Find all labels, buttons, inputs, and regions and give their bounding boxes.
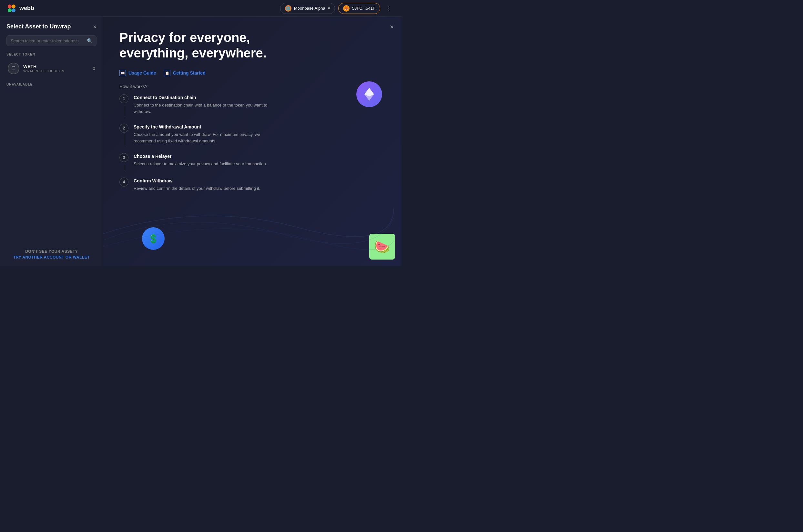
logo-text: webb <box>19 5 34 12</box>
usage-guide-icon: 📖 <box>119 70 126 76</box>
token-balance-weth: 0 <box>93 66 95 71</box>
info-title-line2: everything, everywhere. <box>119 46 267 60</box>
left-panel: Select Asset to Unwrap × 🔍 SELECT TOKEN … <box>0 17 103 266</box>
step-1-desc: Connect to the destination chain with a … <box>134 102 269 115</box>
step-1-content: Connect to Destination chain Connect to … <box>134 94 269 117</box>
logo: webb <box>6 3 34 14</box>
step-2-circle: 2 <box>119 124 129 133</box>
select-token-label: SELECT TOKEN <box>6 53 96 56</box>
getting-started-icon: 📋 <box>164 70 170 76</box>
step-2-title: Specify the Withdrawal Amount <box>134 124 269 130</box>
step-1-line <box>124 104 124 117</box>
right-panel: × Privacy for everyone, everything, ever… <box>103 17 402 266</box>
header-right: 🌐 Moonbase Alpha ▾ 🦊 58FC...541F ⋮ <box>280 3 395 14</box>
svg-point-1 <box>12 4 16 8</box>
search-box: 🔍 <box>6 35 96 46</box>
step-4-circle: 4 <box>119 177 129 187</box>
step-2-content: Specify the Withdrawal Amount Choose the… <box>134 124 269 147</box>
step-1-circle: 1 <box>119 94 129 103</box>
panel-close-button[interactable]: × <box>93 24 96 30</box>
svg-point-3 <box>12 8 16 12</box>
how-it-works-label: How it works? <box>119 84 385 89</box>
steps-container: 1 Connect to Destination chain Connect t… <box>119 94 385 194</box>
step-3-title: Choose a Relayer <box>134 154 267 159</box>
tab-getting-started[interactable]: 📋 Getting Started <box>164 70 206 76</box>
tab-usage-guide-label: Usage Guide <box>129 70 156 76</box>
step-1: 1 Connect to Destination chain Connect t… <box>119 94 385 117</box>
decorative-eth-icon <box>356 81 382 107</box>
token-full-name-weth: WRAPPED ETHEREUM <box>23 69 89 73</box>
step-4: 4 Confirm Withdraw Review and confirm th… <box>119 177 385 194</box>
header: webb 🌐 Moonbase Alpha ▾ 🦊 58FC...541F ⋮ <box>0 0 402 17</box>
dont-see-text: DON'T SEE YOUR ASSET? <box>6 249 96 254</box>
step-1-number-col: 1 <box>119 94 129 117</box>
network-button[interactable]: 🌐 Moonbase Alpha ▾ <box>280 3 335 14</box>
step-2-desc: Choose the amount you want to withdraw. … <box>134 131 269 144</box>
step-3-desc: Select a relayer to maximize your privac… <box>134 161 267 167</box>
panel-footer: DON'T SEE YOUR ASSET? TRY ANOTHER ACCOUN… <box>6 243 96 260</box>
step-3: 3 Choose a Relayer Select a relayer to m… <box>119 153 385 171</box>
step-3-content: Choose a Relayer Select a relayer to max… <box>134 153 267 171</box>
panel-header: Select Asset to Unwrap × <box>6 23 96 30</box>
step-4-title: Confirm Withdraw <box>134 178 260 183</box>
wallet-label: 58FC...541F <box>352 6 375 11</box>
info-title: Privacy for everyone, everything, everyw… <box>119 30 300 61</box>
step-1-title: Connect to Destination chain <box>134 95 269 100</box>
weth-logo: Ξ <box>8 63 19 74</box>
decorative-nft-icon: 🍉 <box>369 234 395 260</box>
step-2-line <box>124 134 124 147</box>
info-close-button[interactable]: × <box>390 23 394 31</box>
search-input[interactable] <box>11 38 87 43</box>
step-3-number-col: 3 <box>119 153 129 171</box>
svg-point-2 <box>8 8 12 12</box>
info-title-line1: Privacy for everyone, <box>119 30 250 44</box>
token-item-weth[interactable]: Ξ WETH WRAPPED ETHEREUM 0 <box>6 59 96 77</box>
step-4-desc: Review and confirm the details of your w… <box>134 185 260 192</box>
tab-usage-guide[interactable]: 📖 Usage Guide <box>119 70 156 76</box>
network-icon: 🌐 <box>285 5 291 12</box>
step-2: 2 Specify the Withdrawal Amount Choose t… <box>119 124 385 147</box>
unavailable-label: UNAVAILABLE <box>6 83 96 86</box>
network-label: Moonbase Alpha <box>294 6 325 11</box>
weth-icon: Ξ <box>12 65 15 71</box>
search-icon: 🔍 <box>87 38 92 43</box>
step-4-content: Confirm Withdraw Review and confirm the … <box>134 177 260 194</box>
wallet-icon: 🦊 <box>343 5 349 12</box>
panel-title: Select Asset to Unwrap <box>6 23 71 30</box>
menu-button[interactable]: ⋮ <box>383 3 395 13</box>
token-info-weth: WETH WRAPPED ETHEREUM <box>23 64 89 73</box>
network-chevron-icon: ▾ <box>328 6 330 11</box>
svg-point-0 <box>8 4 12 8</box>
main-content: Select Asset to Unwrap × 🔍 SELECT TOKEN … <box>0 17 402 266</box>
token-name-weth: WETH <box>23 64 89 69</box>
step-3-circle: 3 <box>119 153 129 162</box>
decorative-coin-icon: 💲 <box>142 227 165 250</box>
try-another-link[interactable]: TRY ANOTHER ACCOUNT OR WALLET <box>6 255 96 260</box>
webb-logo-icon <box>6 3 17 14</box>
wallet-button[interactable]: 🦊 58FC...541F <box>338 3 380 14</box>
tab-getting-started-label: Getting Started <box>173 70 206 76</box>
step-2-number-col: 2 <box>119 124 129 147</box>
step-4-number-col: 4 <box>119 177 129 194</box>
info-tabs: 📖 Usage Guide 📋 Getting Started <box>119 70 385 76</box>
step-3-line <box>124 163 124 171</box>
